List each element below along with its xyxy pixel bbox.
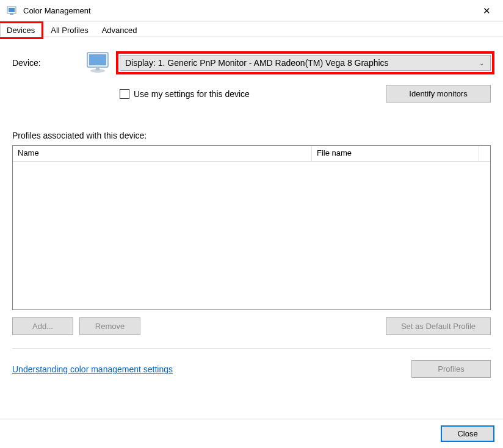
tab-bar: Devices All Profiles Advanced [0, 22, 503, 37]
profiles-button[interactable]: Profiles [411, 360, 491, 378]
svg-rect-2 [10, 13, 13, 15]
understanding-link[interactable]: Understanding color management settings [12, 364, 173, 374]
profile-buttons-row: Add... Remove Set as Default Profile [12, 317, 491, 335]
svg-rect-6 [96, 67, 100, 70]
add-button[interactable]: Add... [12, 317, 73, 335]
identify-monitors-button[interactable]: Identify monitors [386, 85, 491, 103]
remove-button[interactable]: Remove [79, 317, 140, 335]
column-spacer [479, 146, 490, 161]
device-dropdown-wrap: Display: 1. Generic PnP Monitor - AMD Ra… [120, 55, 491, 71]
column-file-name[interactable]: File name [312, 146, 479, 161]
use-settings-row: Use my settings for this device Identify… [12, 85, 491, 103]
profiles-listview[interactable]: Name File name [12, 145, 491, 310]
titlebar: Color Management ✕ [0, 0, 503, 22]
profiles-section-label: Profiles associated with this device: [12, 131, 491, 140]
color-management-window: Color Management ✕ Devices All Profiles … [0, 0, 503, 448]
svg-rect-1 [9, 8, 15, 12]
device-row: Device: Display: 1. Generic PnP Monitor … [12, 51, 491, 75]
window-title: Color Management [23, 6, 472, 15]
svg-rect-4 [89, 54, 106, 65]
bottom-row: Understanding color management settings … [12, 360, 491, 378]
footer: Close [0, 419, 503, 448]
window-close-button[interactable]: ✕ [472, 1, 501, 21]
tab-devices[interactable]: Devices [0, 23, 42, 37]
content-area: Device: Display: 1. Generic PnP Monitor … [0, 37, 503, 419]
column-name[interactable]: Name [13, 146, 312, 161]
monitor-icon [85, 51, 114, 75]
close-button[interactable]: Close [441, 425, 494, 442]
set-default-button[interactable]: Set as Default Profile [386, 317, 491, 335]
listview-header: Name File name [13, 146, 490, 162]
tab-advanced[interactable]: Advanced [95, 23, 144, 37]
device-dropdown-value: Display: 1. Generic PnP Monitor - AMD Ra… [125, 58, 389, 68]
chevron-down-icon: ⌄ [479, 60, 484, 67]
tab-all-profiles[interactable]: All Profiles [44, 23, 95, 37]
device-dropdown[interactable]: Display: 1. Generic PnP Monitor - AMD Ra… [120, 55, 491, 71]
color-management-icon [6, 5, 18, 17]
use-settings-label: Use my settings for this device [134, 89, 386, 99]
divider [12, 349, 491, 349]
device-label: Device: [12, 58, 85, 68]
use-settings-checkbox[interactable] [120, 89, 129, 99]
